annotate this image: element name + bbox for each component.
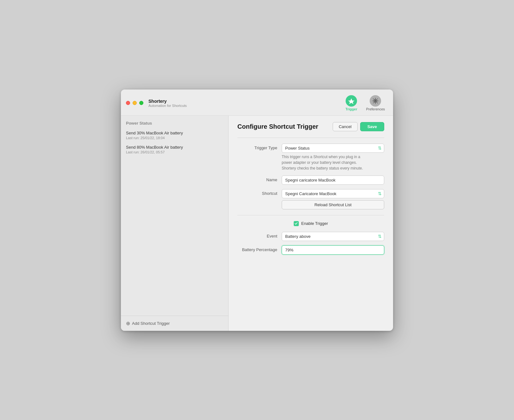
- event-select-wrapper: Battery above Battery below Charging Not…: [282, 232, 384, 241]
- svg-point-3: [375, 100, 376, 102]
- close-button[interactable]: [126, 101, 130, 105]
- trigger-type-help: This trigger runs a Shortcut when you pl…: [282, 154, 384, 171]
- trigger-icon: [346, 95, 357, 107]
- preferences-icon: [370, 95, 381, 107]
- shortcut-control: Spegni Caricatore MacBook ⇅ Reload Short…: [282, 189, 384, 209]
- add-trigger-icon: ⊕: [126, 320, 130, 326]
- add-trigger-button[interactable]: ⊕ Add Shortcut Trigger: [126, 320, 170, 326]
- trigger-type-label: Trigger Type: [237, 144, 282, 150]
- battery-percentage-row: Battery Percentage: [237, 245, 384, 255]
- maximize-button[interactable]: [139, 101, 143, 105]
- name-control: [282, 176, 384, 185]
- app-title-area: Shortery Automation for Shortcuts: [148, 99, 187, 108]
- event-label: Event: [237, 232, 282, 238]
- app-window: Shortery Automation for Shortcuts Trigge…: [121, 90, 393, 331]
- app-subtitle: Automation for Shortcuts: [148, 104, 187, 108]
- sidebar-item-subtitle-0: Last run: 25/01/22, 18:04: [126, 136, 223, 140]
- traffic-lights: [126, 101, 143, 105]
- titlebar-nav: Trigger Preferences: [342, 94, 388, 112]
- battery-percentage-input[interactable]: [282, 245, 384, 255]
- preferences-nav-label: Preferences: [366, 107, 385, 111]
- titlebar: Shortery Automation for Shortcuts Trigge…: [121, 90, 393, 116]
- svg-marker-0: [348, 98, 354, 104]
- battery-percentage-control: [282, 245, 384, 255]
- sidebar-item-0[interactable]: Send 30% MacBook Air battery Last run: 2…: [121, 128, 228, 142]
- sidebar-section-title: Power Status: [121, 121, 228, 128]
- event-select[interactable]: Battery above Battery below Charging Not…: [282, 232, 384, 241]
- shortcut-select[interactable]: Spegni Caricatore MacBook: [282, 189, 384, 198]
- app-title: Shortery: [148, 99, 187, 104]
- sidebar-item-subtitle-1: Last run: 26/01/22, 05:57: [126, 150, 223, 154]
- trigger-type-select[interactable]: Power Status Time Network App: [282, 144, 384, 153]
- name-input[interactable]: [282, 176, 384, 185]
- content-area: Configure Shortcut Trigger Cancel Save T…: [229, 116, 393, 331]
- page-title: Configure Shortcut Trigger: [237, 123, 333, 130]
- form-section-1: Trigger Type Power Status Time Network A…: [237, 138, 384, 209]
- trigger-type-control: Power Status Time Network App ⇅ This tri…: [282, 144, 384, 171]
- sidebar-item-title-0: Send 30% MacBook Air battery: [126, 131, 223, 135]
- cancel-button[interactable]: Cancel: [333, 122, 357, 131]
- nav-preferences[interactable]: Preferences: [363, 94, 388, 112]
- trigger-nav-label: Trigger: [345, 107, 357, 111]
- reload-shortcut-button[interactable]: Reload Shortcut List: [282, 200, 384, 209]
- nav-trigger[interactable]: Trigger: [342, 94, 360, 112]
- sidebar-item-1[interactable]: Send 80% MacBook Air battery Last run: 2…: [121, 142, 228, 157]
- sidebar-item-title-1: Send 80% MacBook Air battery: [126, 145, 223, 150]
- main-layout: Power Status Send 30% MacBook Air batter…: [121, 116, 393, 331]
- battery-percentage-label: Battery Percentage: [237, 245, 282, 252]
- shortcut-label: Shortcut: [237, 189, 282, 196]
- enable-trigger-row: Enable Trigger: [237, 221, 384, 226]
- name-row: Name: [237, 176, 384, 185]
- event-control: Battery above Battery below Charging Not…: [282, 232, 384, 241]
- content-header: Configure Shortcut Trigger Cancel Save: [237, 122, 384, 131]
- trigger-type-row: Trigger Type Power Status Time Network A…: [237, 144, 384, 171]
- shortcut-row: Shortcut Spegni Caricatore MacBook ⇅ Rel…: [237, 189, 384, 209]
- trigger-type-select-wrapper: Power Status Time Network App ⇅: [282, 144, 384, 153]
- save-button[interactable]: Save: [360, 122, 384, 131]
- sidebar-footer: ⊕ Add Shortcut Trigger: [121, 316, 228, 331]
- enable-trigger-label: Enable Trigger: [301, 221, 328, 226]
- section-divider: [237, 215, 384, 215]
- minimize-button[interactable]: [133, 101, 137, 105]
- name-label: Name: [237, 176, 282, 182]
- enable-trigger-checkbox[interactable]: [294, 221, 299, 226]
- add-trigger-label: Add Shortcut Trigger: [132, 321, 170, 326]
- shortcut-select-wrapper: Spegni Caricatore MacBook ⇅: [282, 189, 384, 198]
- event-row: Event Battery above Battery below Chargi…: [237, 232, 384, 241]
- sidebar: Power Status Send 30% MacBook Air batter…: [121, 116, 229, 331]
